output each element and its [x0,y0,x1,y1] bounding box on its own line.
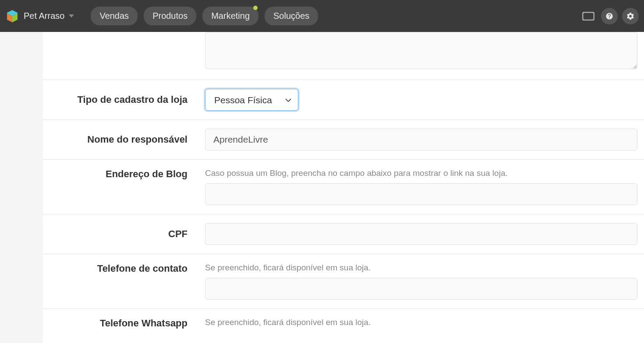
form-row-telefone-whatsapp: Telefone Whatsapp Se preenchido, ficará … [43,309,644,343]
tipo-cadastro-select[interactable]: Pessoa Física [205,89,298,111]
nav-produtos[interactable]: Produtos [144,7,196,25]
label-telefone-contato: Telefone de contato [43,263,188,274]
help-button[interactable] [601,8,618,24]
help-telefone-whatsapp: Se preenchido, ficará disponível em sua … [205,318,637,327]
endereco-blog-input[interactable] [205,183,637,205]
cpf-input[interactable] [205,223,637,245]
content-area: Tipo de cadastro da loja Pessoa Física N… [0,32,644,343]
notification-dot-icon [253,6,258,10]
nome-responsavel-input[interactable] [205,129,637,150]
form-panel: Tipo de cadastro da loja Pessoa Física N… [43,32,644,343]
form-input-col-textarea [205,32,644,71]
nav-marketing-label: Marketing [211,11,250,21]
gear-icon [626,12,635,21]
label-tipo-cadastro: Tipo de cadastro da loja [43,94,188,105]
description-textarea[interactable] [205,32,637,69]
form-row-nome-responsavel: Nome do responsável [43,120,644,160]
form-row-textarea [43,32,644,80]
logo-icon [5,9,19,23]
help-endereco-blog: Caso possua um Blog, preencha no campo a… [205,168,637,178]
top-navbar: Pet Arraso Vendas Produtos Marketing Sol… [0,0,644,32]
label-endereco-blog: Endereço de Blog [43,168,188,180]
form-row-cpf: CPF [43,214,644,254]
label-cpf: CPF [43,228,188,240]
nav-buttons-group: Vendas Produtos Marketing Soluções [91,7,318,25]
help-icon [605,12,613,20]
form-label-col-empty [43,32,205,37]
store-dropdown-caret[interactable] [69,14,74,18]
screen-icon [582,12,594,21]
help-telefone-contato: Se preenchido, ficará disponível em sua … [205,263,637,273]
form-row-tipo-cadastro: Tipo de cadastro da loja Pessoa Física [43,80,644,120]
nav-vendas[interactable]: Vendas [91,7,138,25]
screen-toggle-button[interactable] [580,8,597,24]
nav-right-group [580,8,639,24]
store-name[interactable]: Pet Arraso [24,11,64,21]
form-row-endereco-blog: Endereço de Blog Caso possua um Blog, pr… [43,160,644,214]
label-nome-responsavel: Nome do responsável [43,134,188,145]
form-row-telefone-contato: Telefone de contato Se preenchido, ficar… [43,254,644,309]
settings-button[interactable] [622,8,639,24]
svg-rect-3 [583,12,594,20]
nav-marketing[interactable]: Marketing [202,7,258,25]
label-telefone-whatsapp: Telefone Whatsapp [43,318,188,329]
telefone-contato-input[interactable] [205,278,637,300]
nav-solucoes[interactable]: Soluções [265,7,318,25]
